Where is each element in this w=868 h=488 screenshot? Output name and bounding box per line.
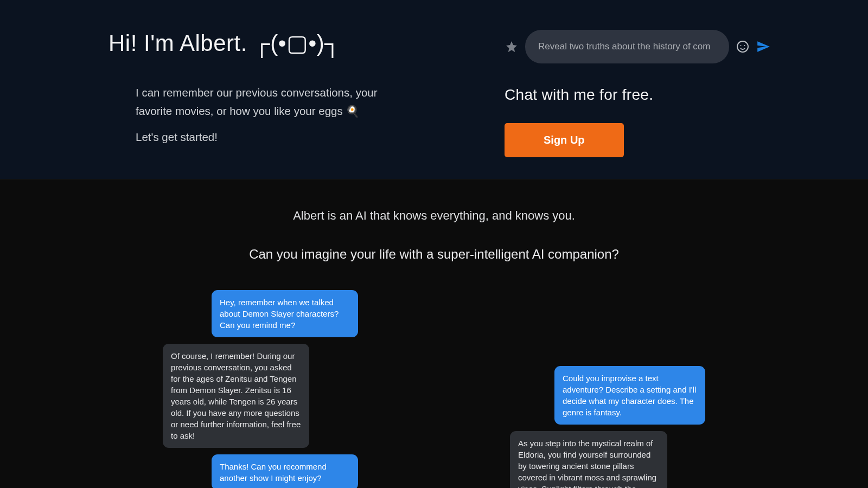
about-intro: Albert is an AI that knows everything, a… [0,209,868,262]
about-line-2: Can you imagine your life with a super-i… [0,247,868,262]
chat-input-row [505,30,770,63]
chat-bubble-user: Hey, remember when we talked about Demon… [212,290,358,337]
chat-bubble-ai: Of course, I remember! During our previo… [163,344,309,448]
hero-description: I can remember our previous conversation… [136,84,385,146]
hero-right: Chat with me for free. Sign Up [505,30,770,157]
hero-section: Hi! I'm Albert. ┌(•▢•)┐ I can remember o… [0,0,868,179]
hero-desc-paragraph: I can remember our previous conversation… [136,84,385,120]
cta-heading: Chat with me for free. [505,86,770,104]
star-icon[interactable] [505,40,519,54]
chat-example-column: Hey, remember when we talked about Demon… [163,290,358,488]
hero-desc-paragraph: Let's get started! [136,128,385,146]
svg-point-2 [744,45,745,46]
svg-point-0 [737,41,748,52]
about-line-1: Albert is an AI that knows everything, a… [0,209,868,223]
emoji-icon[interactable] [736,40,750,54]
chat-example-column: Could you improvise a text adventure? De… [510,290,705,488]
chat-input[interactable] [525,30,729,63]
signup-button[interactable]: Sign Up [505,123,624,157]
chat-bubble-ai: As you step into the mystical realm of E… [510,431,667,488]
chat-examples: Hey, remember when we talked about Demon… [0,290,868,488]
svg-point-1 [741,45,742,46]
hero-title: Hi! I'm Albert. ┌(•▢•)┐ [108,30,472,56]
send-icon[interactable] [756,40,770,54]
about-section: Albert is an AI that knows everything, a… [0,179,868,488]
chat-bubble-user: Could you improvise a text adventure? De… [554,366,705,425]
chat-bubble-user: Thanks! Can you recommend another show I… [212,454,358,488]
hero-left: Hi! I'm Albert. ┌(•▢•)┐ I can remember o… [108,30,472,157]
